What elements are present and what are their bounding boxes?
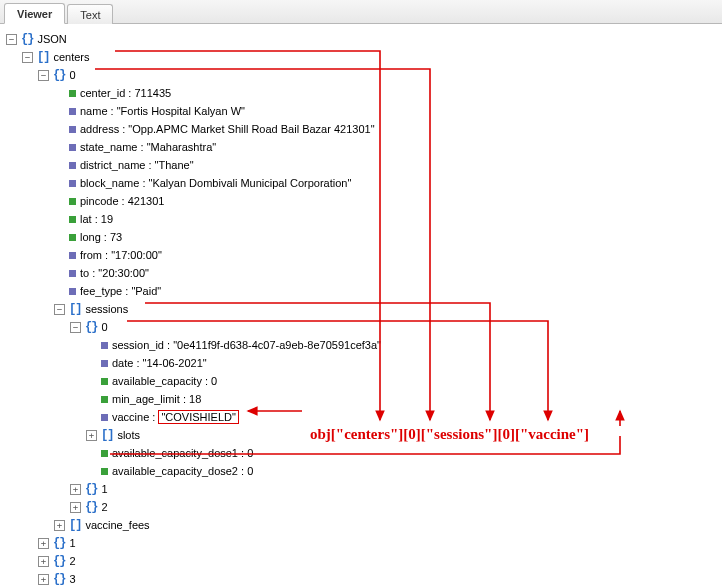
json-tree: − {} JSON − [] centers − {} 0 center_id … [0, 24, 722, 586]
object-icon: {} [85, 320, 97, 334]
toggle-icon[interactable]: − [54, 304, 65, 315]
str-icon [69, 252, 76, 259]
node-center-3[interactable]: 3 [69, 573, 75, 585]
node-json[interactable]: JSON [37, 33, 66, 45]
toggle-icon[interactable]: − [70, 322, 81, 333]
array-icon: [] [37, 50, 49, 64]
field-pincode[interactable]: pincode : 421301 [80, 195, 164, 207]
toggle-icon[interactable]: − [38, 70, 49, 81]
toggle-icon[interactable]: + [38, 538, 49, 549]
str-icon [69, 162, 76, 169]
field-name[interactable]: name : "Fortis Hospital Kalyan W" [80, 105, 245, 117]
str-icon [101, 360, 108, 367]
str-icon [69, 144, 76, 151]
field-lat[interactable]: lat : 19 [80, 213, 113, 225]
toggle-icon[interactable]: + [38, 556, 49, 567]
node-session-2[interactable]: 2 [101, 501, 107, 513]
int-icon [69, 198, 76, 205]
toggle-icon[interactable]: + [70, 502, 81, 513]
node-center-1[interactable]: 1 [69, 537, 75, 549]
node-session-0[interactable]: 0 [101, 321, 107, 333]
str-icon [69, 270, 76, 277]
object-icon: {} [85, 500, 97, 514]
field-long[interactable]: long : 73 [80, 231, 122, 243]
node-centers[interactable]: centers [53, 51, 89, 63]
field-date[interactable]: date : "14-06-2021" [112, 357, 207, 369]
field-session-id[interactable]: session_id : "0e411f9f-d638-4c07-a9eb-8e… [112, 339, 381, 351]
int-icon [69, 234, 76, 241]
field-state-name[interactable]: state_name : "Maharashtra" [80, 141, 216, 153]
int-icon [101, 396, 108, 403]
node-vaccine-fees[interactable]: vaccine_fees [85, 519, 149, 531]
object-icon: {} [53, 572, 65, 586]
toggle-icon[interactable]: + [86, 430, 97, 441]
object-icon: {} [85, 482, 97, 496]
field-address[interactable]: address : "Opp.APMC Market Shill Road Ba… [80, 123, 375, 135]
int-icon [101, 468, 108, 475]
object-icon: {} [21, 32, 33, 46]
field-block-name[interactable]: block_name : "Kalyan Dombivali Municipal… [80, 177, 351, 189]
toggle-icon[interactable]: + [38, 574, 49, 585]
node-center-2[interactable]: 2 [69, 555, 75, 567]
field-dose2[interactable]: available_capacity_dose2 : 0 [112, 465, 253, 477]
str-icon [69, 126, 76, 133]
array-icon: [] [69, 518, 81, 532]
tab-bar: Viewer Text [0, 0, 722, 24]
object-icon: {} [53, 68, 65, 82]
field-district-name[interactable]: district_name : "Thane" [80, 159, 194, 171]
toggle-icon[interactable]: + [70, 484, 81, 495]
array-icon: [] [101, 428, 113, 442]
toggle-icon[interactable]: − [6, 34, 17, 45]
field-fee-type[interactable]: fee_type : "Paid" [80, 285, 161, 297]
field-min-age-limit[interactable]: min_age_limit : 18 [112, 393, 201, 405]
str-icon [101, 414, 108, 421]
str-icon [69, 108, 76, 115]
int-icon [101, 450, 108, 457]
highlighted-vaccine-value: "COVISHIELD" [158, 410, 238, 424]
field-vaccine[interactable]: vaccine : "COVISHIELD" [112, 411, 239, 423]
array-icon: [] [69, 302, 81, 316]
toggle-icon[interactable]: + [54, 520, 65, 531]
node-session-1[interactable]: 1 [101, 483, 107, 495]
tab-viewer[interactable]: Viewer [4, 3, 65, 24]
field-available-capacity[interactable]: available_capacity : 0 [112, 375, 217, 387]
field-from[interactable]: from : "17:00:00" [80, 249, 162, 261]
object-icon: {} [53, 554, 65, 568]
object-icon: {} [53, 536, 65, 550]
int-icon [69, 90, 76, 97]
tab-text[interactable]: Text [67, 4, 113, 24]
int-icon [69, 216, 76, 223]
str-icon [69, 288, 76, 295]
field-dose1[interactable]: available_capacity_dose1 : 0 [112, 447, 253, 459]
field-center-id[interactable]: center_id : 711435 [80, 87, 171, 99]
node-slots[interactable]: slots [117, 429, 140, 441]
str-icon [69, 180, 76, 187]
int-icon [101, 378, 108, 385]
str-icon [101, 342, 108, 349]
node-center-0[interactable]: 0 [69, 69, 75, 81]
toggle-icon[interactable]: − [22, 52, 33, 63]
node-sessions[interactable]: sessions [85, 303, 128, 315]
field-to[interactable]: to : "20:30:00" [80, 267, 149, 279]
